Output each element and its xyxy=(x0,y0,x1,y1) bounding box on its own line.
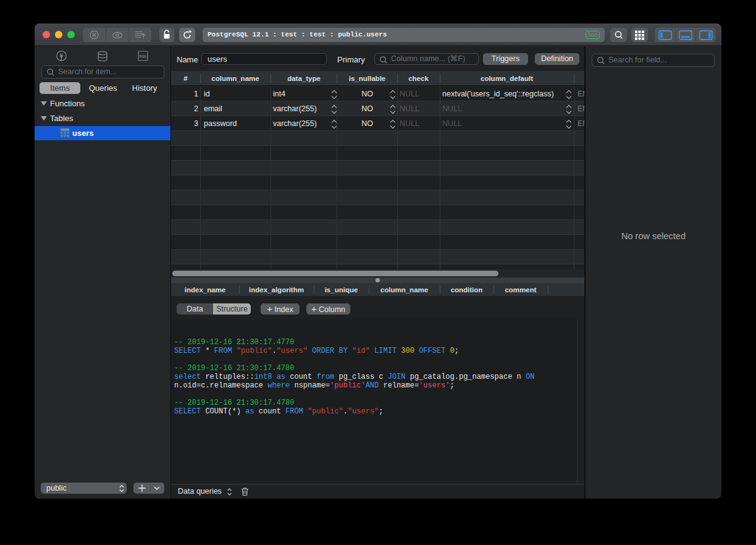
svg-text:SQL: SQL xyxy=(139,54,147,58)
